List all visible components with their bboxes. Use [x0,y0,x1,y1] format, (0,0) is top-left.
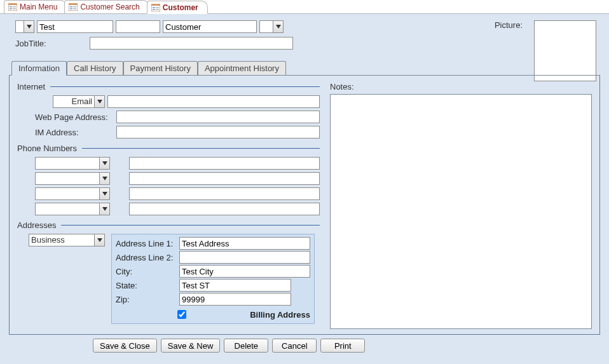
right-column: Notes: [330,82,592,329]
svg-marker-18 [27,25,32,29]
svg-marker-23 [102,192,107,196]
city-input[interactable] [179,265,310,278]
phone-group: Phone Numbers [17,144,320,215]
zip-label: Zip: [116,295,177,304]
form-icon [151,4,160,11]
phone-row [17,172,320,185]
internet-group: Internet Email Web Page Address: [17,82,320,138]
phone-type-combo[interactable] [35,172,110,185]
addresses-legend: Addresses [17,220,56,230]
svg-rect-8 [70,6,72,8]
svg-rect-5 [13,8,16,10]
phone-row [17,187,320,200]
document-tab-bar: Main Menu Customer Search Customer [0,0,609,14]
information-panel: Internet Email Web Page Address: [9,76,600,335]
state-label: State: [116,281,177,290]
address-body: Business Address Line 1: Address Line 2: [17,234,320,324]
sub-tab-payment-history[interactable]: Payment History [123,61,198,75]
phone-number-input[interactable] [129,187,320,200]
first-name-input[interactable] [37,20,113,33]
svg-rect-3 [10,8,12,10]
customer-form-window: Main Menu Customer Search Customer [0,0,609,364]
save-close-button[interactable]: Save & Close [93,339,157,353]
sub-tab-information[interactable]: Information [11,61,67,76]
doc-tab-label: Customer Search [80,3,139,11]
billing-checkbox[interactable] [118,310,245,319]
phone-type-value [36,173,99,184]
zip-input[interactable] [179,293,291,306]
email-row: Email [17,95,320,108]
form-body: JobTitle: Picture: Information Call Hist… [0,14,609,364]
address-line2-row: Address Line 2: [116,251,310,264]
dropdown-arrow-icon [24,21,34,32]
last-name-input[interactable] [163,20,257,33]
svg-rect-4 [13,6,16,8]
doc-tab-customer[interactable]: Customer [147,1,208,14]
city-row: City: [116,265,310,278]
phone-row [17,157,320,170]
doc-tab-label: Main Menu [20,3,57,11]
divider-line [50,86,320,87]
suffix-value [260,21,273,32]
dropdown-arrow-icon [99,188,109,199]
svg-marker-21 [102,161,107,165]
middle-name-input[interactable] [116,20,160,33]
sub-tab-call-history[interactable]: Call History [67,61,123,75]
webpage-label: Web Page Address: [17,112,113,122]
doc-tab-customer-search[interactable]: Customer Search [64,0,149,13]
jobtitle-input[interactable] [90,37,293,50]
svg-rect-10 [73,6,76,8]
im-input[interactable] [116,126,320,138]
state-input[interactable] [179,279,291,292]
dropdown-arrow-icon [273,21,283,32]
group-legend: Phone Numbers [17,144,320,153]
billing-row: Billing Address [116,307,310,321]
group-legend: Internet [17,82,320,91]
cancel-button[interactable]: Cancel [272,339,317,353]
divider-line [82,148,320,149]
address-line1-row: Address Line 1: [116,237,310,250]
sub-tab-appointment-history[interactable]: Appointment History [198,61,286,75]
save-new-button[interactable]: Save & New [161,339,221,353]
title-combo[interactable] [15,20,34,33]
phone-type-combo[interactable] [35,157,110,170]
city-label: City: [116,267,177,276]
phone-number-input[interactable] [129,203,320,215]
phone-type-value [36,203,99,215]
jobtitle-label: JobTitle: [15,39,46,48]
picture-label: Picture: [495,20,523,30]
address-line1-label: Address Line 1: [116,239,177,248]
im-label: IM Address: [17,128,113,137]
dropdown-arrow-icon [94,96,104,107]
dropdown-arrow-icon [99,173,109,184]
address-type-value: Business [29,234,94,246]
doc-tab-main-menu[interactable]: Main Menu [4,0,67,13]
phone-type-combo[interactable] [35,203,110,215]
email-type-value: Email [53,96,94,107]
group-legend: Addresses [17,220,320,230]
dropdown-arrow-icon [94,234,104,246]
notes-textarea[interactable] [330,94,592,329]
delete-button[interactable]: Delete [224,339,268,353]
webpage-input[interactable] [116,111,320,123]
phone-number-input[interactable] [129,157,320,170]
left-column: Internet Email Web Page Address: [17,82,320,329]
suffix-combo[interactable] [259,20,284,33]
print-button[interactable]: Print [320,339,365,353]
svg-rect-11 [73,8,76,10]
state-row: State: [116,279,310,292]
phone-type-value [36,158,99,169]
addresses-group: Addresses Business Address Line 1: [17,220,320,324]
address-line1-input[interactable] [179,237,310,250]
svg-rect-14 [153,7,155,8]
phone-type-combo[interactable] [35,187,110,200]
im-row: IM Address: [17,126,320,138]
svg-marker-25 [97,238,102,242]
email-type-combo[interactable]: Email [53,95,105,108]
email-input[interactable] [107,95,320,108]
notes-label: Notes: [330,82,592,91]
billing-label: Billing Address [250,310,310,320]
phone-number-input[interactable] [129,172,320,185]
address-line2-input[interactable] [179,251,310,264]
address-type-combo[interactable]: Business [29,234,105,246]
